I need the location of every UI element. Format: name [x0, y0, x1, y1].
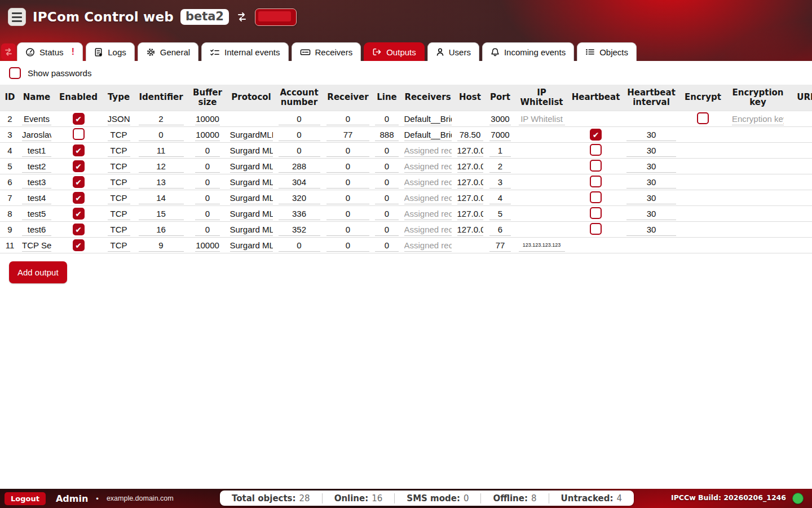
type-input[interactable] [108, 176, 130, 189]
host-input[interactable] [457, 192, 483, 204]
enabled-checkbox[interactable] [73, 239, 85, 251]
heartbeat-checkbox[interactable] [590, 160, 602, 172]
account-number-input[interactable] [279, 129, 320, 141]
receivers-input[interactable] [404, 176, 452, 189]
account-number-input[interactable] [279, 113, 320, 125]
identifier-input[interactable] [139, 129, 184, 141]
sync-icon[interactable] [1, 43, 16, 60]
enabled-checkbox[interactable] [73, 144, 85, 156]
line-input[interactable] [375, 160, 399, 173]
name-input[interactable] [22, 192, 51, 204]
buffer-size-input[interactable] [195, 144, 220, 157]
host-input[interactable] [457, 160, 483, 173]
name-input[interactable] [22, 176, 51, 189]
heartbeat-interval-input[interactable] [626, 160, 676, 173]
line-input[interactable] [375, 176, 399, 189]
enabled-checkbox[interactable] [73, 113, 85, 125]
line-input[interactable] [375, 192, 399, 204]
receiver-input[interactable] [326, 208, 369, 220]
buffer-size-input[interactable] [195, 113, 220, 125]
heartbeat-checkbox[interactable] [590, 207, 602, 219]
port-input[interactable] [489, 129, 511, 141]
name-input[interactable] [22, 208, 51, 220]
protocol-input[interactable] [230, 239, 273, 252]
type-input[interactable] [108, 208, 130, 220]
receiver-input[interactable] [326, 113, 369, 125]
heartbeat-checkbox[interactable] [590, 176, 602, 187]
heartbeat-interval-input[interactable] [626, 129, 676, 141]
receivers-input[interactable] [404, 129, 452, 141]
line-input[interactable] [375, 144, 399, 157]
port-input[interactable] [489, 239, 511, 252]
line-input[interactable] [375, 224, 399, 236]
buffer-size-input[interactable] [195, 129, 220, 141]
enabled-checkbox[interactable] [73, 176, 85, 188]
type-input[interactable] [108, 239, 130, 252]
receivers-input[interactable] [404, 192, 452, 204]
name-input[interactable] [22, 224, 51, 236]
receiver-input[interactable] [326, 239, 369, 252]
tab-outputs[interactable]: Outputs [364, 42, 425, 61]
port-input[interactable] [489, 208, 511, 220]
heartbeat-interval-input[interactable] [626, 144, 676, 157]
heartbeat-checkbox[interactable] [590, 223, 602, 235]
host-input[interactable] [457, 208, 483, 220]
protocol-input[interactable] [230, 208, 273, 220]
account-number-input[interactable] [279, 160, 320, 173]
encrypt-checkbox[interactable] [697, 112, 709, 124]
heartbeat-interval-input[interactable] [626, 208, 676, 220]
buffer-size-input[interactable] [195, 208, 220, 220]
buffer-size-input[interactable] [195, 176, 220, 189]
identifier-input[interactable] [139, 208, 184, 220]
enabled-checkbox[interactable] [73, 208, 85, 220]
line-input[interactable] [375, 113, 399, 125]
heartbeat-interval-input[interactable] [626, 192, 676, 204]
hamburger-menu-button[interactable] [8, 8, 26, 26]
line-input[interactable] [375, 239, 399, 252]
line-input[interactable] [375, 129, 399, 141]
host-input[interactable] [457, 176, 483, 189]
identifier-input[interactable] [139, 144, 184, 157]
receiver-input[interactable] [326, 144, 369, 157]
host-input[interactable] [457, 129, 483, 141]
identifier-input[interactable] [139, 192, 184, 204]
heartbeat-interval-input[interactable] [626, 224, 676, 236]
port-input[interactable] [489, 192, 511, 204]
tab-logs[interactable]: Logs [86, 42, 135, 61]
receiver-input[interactable] [326, 176, 369, 189]
enabled-checkbox[interactable] [73, 192, 85, 204]
protocol-input[interactable] [230, 192, 273, 204]
tab-status[interactable]: Status! [17, 42, 83, 61]
account-number-input[interactable] [279, 208, 320, 220]
receivers-input[interactable] [404, 160, 452, 173]
heartbeat-checkbox[interactable] [590, 129, 602, 141]
identifier-input[interactable] [139, 160, 184, 173]
encryption-key-input[interactable] [732, 113, 784, 125]
receivers-input[interactable] [404, 208, 452, 220]
tab-objects[interactable]: Objects [577, 42, 637, 61]
port-input[interactable] [489, 224, 511, 236]
type-input[interactable] [108, 113, 130, 125]
receivers-input[interactable] [404, 144, 452, 157]
identifier-input[interactable] [139, 224, 184, 236]
enabled-checkbox[interactable] [73, 128, 85, 140]
buffer-size-input[interactable] [195, 160, 220, 173]
tab-users[interactable]: Users [427, 42, 479, 61]
buffer-size-input[interactable] [195, 224, 220, 236]
heartbeat-checkbox[interactable] [590, 144, 602, 156]
port-input[interactable] [489, 176, 511, 189]
protocol-input[interactable] [230, 144, 273, 157]
receivers-input[interactable] [404, 113, 452, 125]
name-input[interactable] [22, 160, 51, 173]
account-number-input[interactable] [279, 192, 320, 204]
protocol-input[interactable] [230, 160, 273, 173]
receiver-input[interactable] [326, 224, 369, 236]
name-input[interactable] [22, 239, 51, 252]
name-input[interactable] [22, 144, 51, 157]
show-passwords-checkbox[interactable] [9, 67, 21, 79]
identifier-input[interactable] [139, 176, 184, 189]
receivers-input[interactable] [404, 239, 452, 252]
port-input[interactable] [489, 160, 511, 173]
account-number-input[interactable] [279, 239, 320, 252]
account-number-input[interactable] [279, 176, 320, 189]
